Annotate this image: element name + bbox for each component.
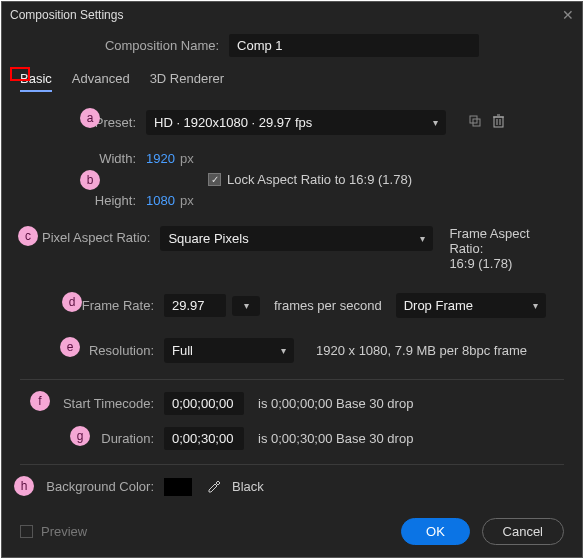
tab-advanced[interactable]: Advanced: [72, 71, 130, 92]
delete-preset-icon[interactable]: [492, 114, 505, 131]
comp-name-input[interactable]: [229, 34, 479, 57]
far-value: 16:9 (1.78): [449, 256, 564, 271]
chevron-down-icon: ▾: [281, 345, 286, 356]
height-value[interactable]: 1080: [146, 193, 175, 208]
composition-settings-dialog: Composition Settings ✕ Composition Name:…: [1, 1, 583, 558]
fps-label: frames per second: [274, 298, 382, 313]
duration-input[interactable]: [164, 427, 244, 450]
par-value: Square Pixels: [168, 231, 248, 246]
duration-info: is 0;00;30;00 Base 30 drop: [258, 431, 413, 446]
start-tc-info: is 0;00;00;00 Base 30 drop: [258, 396, 413, 411]
par-label: Pixel Aspect Ratio:: [20, 226, 160, 245]
par-dropdown[interactable]: Square Pixels ▾: [160, 226, 433, 251]
bgcolor-swatch[interactable]: [164, 478, 192, 496]
callout-h: h: [14, 476, 34, 496]
preset-dropdown[interactable]: HD · 1920x1080 · 29.97 fps ▾: [146, 110, 446, 135]
bgcolor-label: Background Color:: [20, 479, 164, 494]
resolution-value: Full: [172, 343, 193, 358]
start-tc-input[interactable]: [164, 392, 244, 415]
framerate-stepper[interactable]: ▾: [232, 296, 260, 316]
preview-checkbox[interactable]: [20, 525, 33, 538]
dropframe-value: Drop Frame: [404, 298, 473, 313]
eyedropper-icon[interactable]: [206, 477, 222, 496]
callout-e: e: [60, 337, 80, 357]
width-value[interactable]: 1920: [146, 151, 175, 166]
width-label: Width:: [20, 151, 146, 166]
callout-a: a: [80, 108, 100, 128]
callout-c: c: [18, 226, 38, 246]
cancel-button[interactable]: Cancel: [482, 518, 564, 545]
tab-basic[interactable]: Basic: [20, 71, 52, 92]
resolution-info: 1920 x 1080, 7.9 MB per 8bpc frame: [316, 343, 527, 358]
dropframe-dropdown[interactable]: Drop Frame ▾: [396, 293, 546, 318]
height-label: Height:: [20, 193, 146, 208]
resolution-label: Resolution:: [20, 343, 164, 358]
svg-rect-2: [494, 117, 503, 127]
callout-g: g: [70, 426, 90, 446]
height-unit: px: [180, 193, 194, 208]
bgcolor-name: Black: [232, 479, 264, 494]
ok-button[interactable]: OK: [401, 518, 470, 545]
framerate-input[interactable]: [164, 294, 226, 317]
width-unit: px: [180, 151, 194, 166]
save-preset-icon[interactable]: [468, 114, 482, 131]
chevron-down-icon: ▾: [244, 300, 249, 311]
callout-b: b: [80, 170, 100, 190]
chevron-down-icon: ▾: [420, 233, 425, 244]
callout-d: d: [62, 292, 82, 312]
dialog-title: Composition Settings: [10, 8, 123, 22]
chevron-down-icon: ▾: [433, 117, 438, 128]
chevron-down-icon: ▾: [533, 300, 538, 311]
comp-name-label: Composition Name:: [105, 38, 229, 53]
framerate-label: Frame Rate:: [20, 298, 164, 313]
titlebar: Composition Settings ✕: [2, 2, 582, 28]
preset-value: HD · 1920x1080 · 29.97 fps: [154, 115, 312, 130]
lock-aspect-label: Lock Aspect Ratio to 16:9 (1.78): [227, 172, 412, 187]
tab-3d-renderer[interactable]: 3D Renderer: [150, 71, 224, 92]
lock-aspect-checkbox[interactable]: ✓: [208, 173, 221, 186]
resolution-dropdown[interactable]: Full ▾: [164, 338, 294, 363]
far-label: Frame Aspect Ratio:: [449, 226, 564, 256]
close-icon[interactable]: ✕: [562, 7, 574, 23]
callout-f: f: [30, 391, 50, 411]
highlight-box: [10, 67, 30, 81]
duration-label: Duration:: [20, 431, 164, 446]
frame-aspect-info: Frame Aspect Ratio: 16:9 (1.78): [449, 226, 564, 271]
preview-label: Preview: [41, 524, 87, 539]
